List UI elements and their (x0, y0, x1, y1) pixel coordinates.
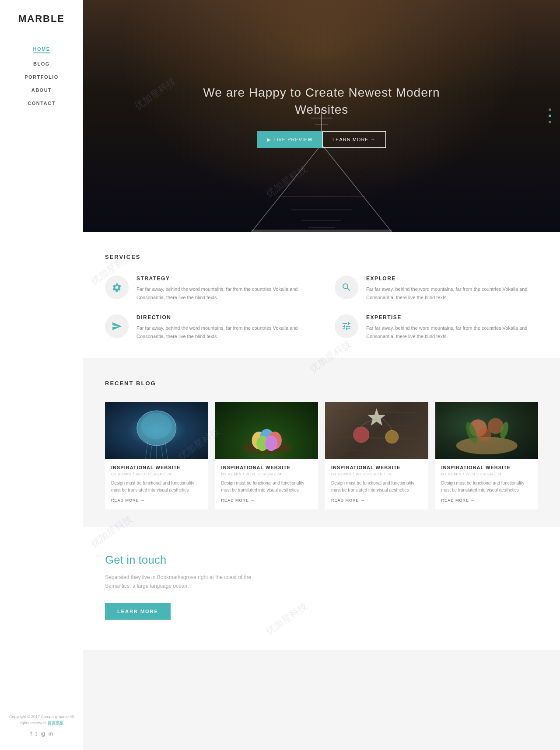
linkedin-icon[interactable]: in (49, 730, 53, 737)
svg-line-24 (337, 424, 416, 426)
service-explore: EXPLORE Far far away, behind the word mo… (335, 276, 538, 301)
copyright-link[interactable]: 网页模板 (48, 721, 63, 725)
nav-home[interactable]: HOME (33, 46, 50, 53)
svg-line-0 (252, 144, 322, 232)
svg-line-16 (165, 441, 168, 459)
read-more-2[interactable]: READ MORE → (221, 498, 312, 502)
svg-line-12 (146, 441, 148, 459)
direction-info: DIRECTION Far far away, behind the word … (136, 314, 308, 340)
tune-icon (341, 321, 352, 331)
site-logo: MARBLE (18, 13, 65, 24)
svg-point-29 (385, 430, 399, 443)
blog-title: RECENT BLOG (105, 380, 538, 387)
svg-rect-9 (252, 230, 392, 232)
blog-post-3-image (325, 402, 428, 459)
expertise-icon-wrap (335, 314, 358, 338)
svg-point-33 (478, 428, 491, 441)
nav-about[interactable]: ABOUT (32, 87, 52, 93)
strategy-icon-wrap (105, 276, 129, 299)
jellyfish-illustration (105, 402, 208, 459)
svg-line-13 (150, 443, 152, 459)
blog-post-2-body: INSPIRATIONAL WEBSITE BY ADMIN / WEB DES… (215, 459, 318, 509)
svg-line-25 (337, 437, 416, 439)
blog-post-4-body: INSPIRATIONAL WEBSITE BY ADMIN / WEB DES… (435, 459, 539, 509)
hero-content: We are Happy to Create Newest Modern Web… (203, 84, 440, 148)
services-section: SERVICES STRATEGY Far far away, behind t… (83, 232, 560, 358)
hero-dot-2[interactable] (549, 115, 551, 117)
sidebar: MARBLE HOME BLOG PORTFOLIO ABOUT CONTACT… (0, 0, 83, 750)
hero-dots (549, 108, 551, 123)
service-expertise: EXPERTISE Far far away, behind the word … (335, 314, 538, 340)
contact-text: Separated they live in Bookmarksgrove ri… (105, 573, 271, 591)
svg-point-28 (354, 427, 369, 443)
blog-grid: INSPIRATIONAL WEBSITE BY ADMIN / WEB DES… (105, 402, 538, 509)
blog-post-4-image (435, 402, 539, 459)
nav-blog[interactable]: BLOG (33, 61, 50, 66)
direction-icon-wrap (105, 314, 129, 338)
hero-section: We are Happy to Create Newest Modern Web… (83, 0, 560, 232)
contact-section: Get in touch Separated they live in Book… (83, 527, 560, 650)
blog-post-4: INSPIRATIONAL WEBSITE BY ADMIN / WEB DES… (435, 402, 539, 509)
facebook-icon[interactable]: f (30, 730, 32, 737)
blog-post-2: INSPIRATIONAL WEBSITE BY ADMIN / WEB DES… (215, 402, 318, 509)
svg-line-15 (161, 443, 163, 459)
blog-post-2-image (215, 402, 318, 459)
main-content: We are Happy to Create Newest Modern Web… (83, 0, 560, 750)
blog-post-3: INSPIRATIONAL WEBSITE BY ADMIN / WEB DES… (325, 402, 428, 509)
svg-point-22 (265, 436, 277, 451)
strategy-info: STRATEGY Far far away, behind the word m… (136, 276, 308, 301)
learn-more-button[interactable]: LEARN MORE → (322, 131, 386, 148)
services-grid: STRATEGY Far far away, behind the word m… (105, 276, 538, 341)
read-more-3[interactable]: READ MORE → (331, 498, 422, 502)
svg-point-11 (141, 413, 172, 439)
sidebar-footer: Copyright © 2017.Company name All rights… (0, 705, 83, 741)
instagram-icon[interactable]: ig (41, 730, 45, 737)
svg-line-1 (322, 144, 392, 232)
social-links: f t ig in (4, 730, 79, 737)
live-preview-button[interactable]: ▶ LIVE PREVIEW (257, 131, 322, 148)
search-icon (341, 282, 352, 293)
blog-section: RECENT BLOG INSPIRA (83, 358, 560, 527)
copyright-text: Copyright © 2017.Company name All rights… (4, 714, 79, 726)
blog-post-1: INSPIRATIONAL WEBSITE BY ADMIN / WEB DES… (105, 402, 208, 509)
explore-info: EXPLORE Far far away, behind the word mo… (366, 276, 538, 301)
nav-contact[interactable]: CONTACT (28, 101, 55, 106)
explore-icon-wrap (335, 276, 358, 299)
read-more-4[interactable]: READ MORE → (441, 498, 532, 502)
sidebar-nav: HOME BLOG PORTFOLIO ABOUT CONTACT (0, 46, 83, 106)
blog-post-1-image (105, 402, 208, 459)
gear-icon (112, 282, 122, 293)
eggs-illustration (215, 402, 318, 459)
twitter-icon[interactable]: t (35, 730, 37, 737)
learn-more-contact-button[interactable]: LEARN MORE (105, 603, 171, 620)
hero-buttons: ▶ LIVE PREVIEW LEARN MORE → (203, 131, 440, 148)
hero-title: We are Happy to Create Newest Modern Web… (203, 84, 440, 118)
blog-post-1-body: INSPIRATIONAL WEBSITE BY ADMIN / WEB DES… (105, 459, 208, 509)
svg-line-26 (337, 450, 416, 452)
ornaments-illustration (325, 402, 428, 459)
service-direction: DIRECTION Far far away, behind the word … (105, 314, 308, 340)
services-title: SERVICES (105, 254, 538, 260)
send-icon (112, 321, 122, 331)
contact-title: Get in touch (105, 553, 538, 567)
hero-dot-3[interactable] (549, 121, 551, 123)
nav-portfolio[interactable]: PORTFOLIO (24, 74, 59, 80)
read-more-1[interactable]: READ MORE → (111, 498, 202, 502)
hero-dot-1[interactable] (549, 108, 551, 111)
blog-post-3-body: INSPIRATIONAL WEBSITE BY ADMIN / WEB DES… (325, 459, 428, 509)
service-strategy: STRATEGY Far far away, behind the word m… (105, 276, 308, 301)
play-icon: ▶ (267, 137, 271, 143)
food-illustration (435, 402, 539, 459)
expertise-info: EXPERTISE Far far away, behind the word … (366, 314, 538, 340)
